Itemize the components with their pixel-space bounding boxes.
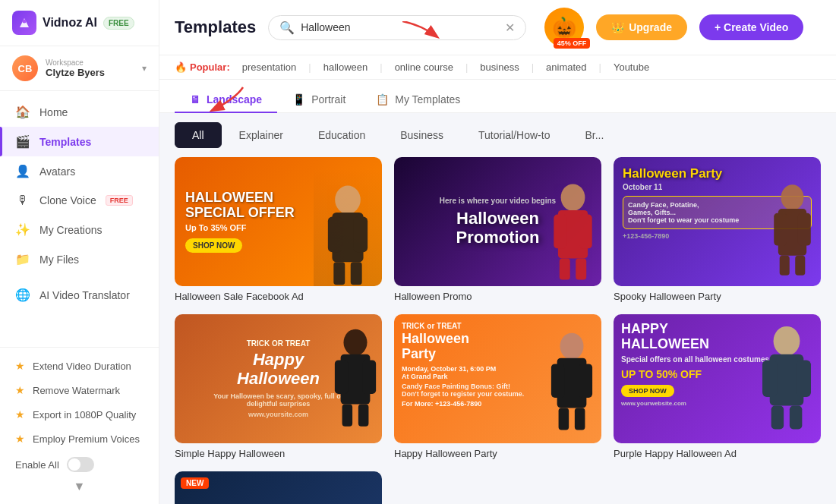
ai-translator-icon: 🌐 xyxy=(15,288,30,302)
collapse-button[interactable]: ▼ xyxy=(0,475,159,498)
my-templates-icon: 📋 xyxy=(376,93,389,106)
clear-icon[interactable]: ✕ xyxy=(505,20,515,35)
svg-point-14 xyxy=(781,184,804,210)
sidebar-item-clone-voice[interactable]: 🎙 Clone Voice FREE xyxy=(0,186,159,215)
svg-rect-5 xyxy=(353,217,368,253)
svg-rect-6 xyxy=(333,262,345,285)
filter-all[interactable]: All xyxy=(175,122,222,148)
svg-rect-17 xyxy=(798,213,811,246)
avatar: CB xyxy=(12,55,38,81)
new-badge: NEW xyxy=(181,477,209,489)
app-name: Vidnoz AI xyxy=(43,16,97,30)
discount-badge-area[interactable]: 🎃 45% OFF xyxy=(544,8,584,47)
popular-tag-animated[interactable]: animated xyxy=(540,60,592,74)
logo-icon xyxy=(12,11,36,35)
sidebar-item-label: AI Video Translator xyxy=(39,289,130,301)
premium-item-label: Remove Watermark xyxy=(33,385,120,396)
free-label: FREE xyxy=(106,195,133,206)
svg-point-32 xyxy=(774,326,800,356)
svg-rect-28 xyxy=(551,364,564,398)
enable-all-toggle[interactable] xyxy=(67,457,94,472)
popular-tag-halloween[interactable]: halloween xyxy=(317,60,374,74)
svg-point-26 xyxy=(560,333,584,360)
svg-rect-12 xyxy=(560,258,570,279)
discount-label: 45% OFF xyxy=(554,38,591,49)
premium-section: ★ Extend Video Duration ★ Remove Waterma… xyxy=(0,347,159,504)
premium-item-label: Export in 1080P Quality xyxy=(33,409,136,421)
svg-rect-24 xyxy=(342,405,353,427)
template-card-t2[interactable]: Here is where your video begins Hallowee… xyxy=(394,157,601,302)
filter-tabs: All Explainer Education Business Tutoria… xyxy=(159,113,836,157)
popular-tag-presentation[interactable]: presentation xyxy=(236,60,303,74)
nav-menu: 🏠 Home 🎬 Templates 👤 Avatars 🎙 Clone Voi… xyxy=(0,91,159,347)
my-files-icon: 📁 xyxy=(15,252,30,266)
tab-portrait[interactable]: 📱 Portrait xyxy=(277,87,361,113)
enable-all-row: Enable All xyxy=(0,451,159,475)
tab-landscape[interactable]: 🖥 Landscape xyxy=(175,87,277,113)
workspace-label: Workspace xyxy=(46,58,134,67)
clone-voice-icon: 🎙 xyxy=(15,194,30,207)
template-name-t2: Halloween Promo xyxy=(394,291,601,302)
free-badge: FREE xyxy=(103,17,134,30)
premium-extend-video[interactable]: ★ Extend Video Duration xyxy=(0,354,159,378)
svg-rect-31 xyxy=(575,408,585,430)
premium-item-label: Employ Premium Voices xyxy=(33,433,140,445)
filter-tutorial[interactable]: Tutorial/How-to xyxy=(461,122,567,148)
search-bar[interactable]: 🔍 ✕ xyxy=(268,15,526,40)
premium-voices[interactable]: ★ Employ Premium Voices xyxy=(0,427,159,451)
svg-point-8 xyxy=(561,184,585,210)
workspace-selector[interactable]: CB Workspace Clytze Byers ▾ xyxy=(0,46,159,91)
templates-icon: 🎬 xyxy=(15,134,30,149)
template-card-t1[interactable]: HALLOWEENSPECIAL OFFER Up To 35% OFF SHO… xyxy=(175,157,382,302)
sidebar-item-label: Clone Voice xyxy=(39,194,96,206)
svg-rect-18 xyxy=(780,256,790,276)
upgrade-button[interactable]: 👑 Upgrade xyxy=(596,14,687,40)
svg-rect-29 xyxy=(579,364,592,398)
svg-rect-10 xyxy=(554,215,566,249)
search-input[interactable] xyxy=(301,21,499,33)
popular-tag-youtube[interactable]: Youtube xyxy=(607,60,655,74)
premium-remove-watermark[interactable]: ★ Remove Watermark xyxy=(0,378,159,402)
svg-point-20 xyxy=(344,329,368,356)
tab-my-templates[interactable]: 📋 My Templates xyxy=(361,87,475,113)
svg-rect-16 xyxy=(774,213,787,246)
template-card-t4[interactable]: TRICK OR TREAT HappyHalloween Your Hallo… xyxy=(175,314,382,459)
sidebar-item-label: My Creations xyxy=(39,224,102,236)
template-card-t6[interactable]: HAPPYHALLOWEEN Special offers on all hal… xyxy=(614,314,821,459)
sidebar-item-my-files[interactable]: 📁 My Files xyxy=(0,244,159,274)
workspace-name: Clytze Byers xyxy=(46,67,134,78)
sidebar-item-ai-video-translator[interactable]: 🌐 AI Video Translator xyxy=(0,280,159,310)
filter-explainer[interactable]: Explainer xyxy=(222,122,301,148)
star-icon: ★ xyxy=(15,384,25,396)
popular-label: 🔥 Popular: xyxy=(175,61,230,73)
popular-tag-business[interactable]: business xyxy=(474,60,525,74)
sidebar-item-templates[interactable]: 🎬 Templates xyxy=(0,127,159,156)
home-icon: 🏠 xyxy=(15,105,30,119)
svg-rect-7 xyxy=(351,262,362,285)
filter-brand[interactable]: Br... xyxy=(567,122,621,148)
svg-rect-25 xyxy=(358,405,369,427)
premium-export-1080p[interactable]: ★ Export in 1080P Quality xyxy=(0,402,159,427)
sidebar-item-avatars[interactable]: 👤 Avatars xyxy=(0,156,159,186)
popular-tag-online-course[interactable]: online course xyxy=(389,60,459,74)
filter-education[interactable]: Education xyxy=(301,122,383,148)
template-card-t3[interactable]: Halloween Party October 11 Candy Face, P… xyxy=(614,157,821,302)
star-icon: ★ xyxy=(15,408,25,421)
crown-icon: 👑 xyxy=(611,21,624,33)
sidebar-item-my-creations[interactable]: ✨ My Creations xyxy=(0,215,159,244)
template-card-t5[interactable]: TRICK or TREAT HalloweenParty Monday, Oc… xyxy=(394,314,601,459)
svg-rect-37 xyxy=(790,406,802,430)
svg-rect-4 xyxy=(328,217,342,253)
create-video-button[interactable]: + Create Video xyxy=(699,14,803,40)
main-content: Templates 🔍 ✕ 🎃 45% OFF 👑 Upgrade + Crea… xyxy=(159,0,836,504)
template-name-t5: Happy Halloween Party xyxy=(394,448,601,459)
svg-point-1 xyxy=(23,20,27,24)
template-card-t7[interactable]: NEW Brand Name Invitation Invitation xyxy=(175,471,382,504)
search-icon: 🔍 xyxy=(279,20,295,35)
svg-rect-13 xyxy=(576,258,586,279)
template-name-t4: Simple Happy Halloween xyxy=(175,448,382,459)
star-icon: ★ xyxy=(15,360,25,372)
filter-business[interactable]: Business xyxy=(383,122,461,148)
premium-item-label: Extend Video Duration xyxy=(33,361,131,372)
sidebar-item-home[interactable]: 🏠 Home xyxy=(0,97,159,127)
